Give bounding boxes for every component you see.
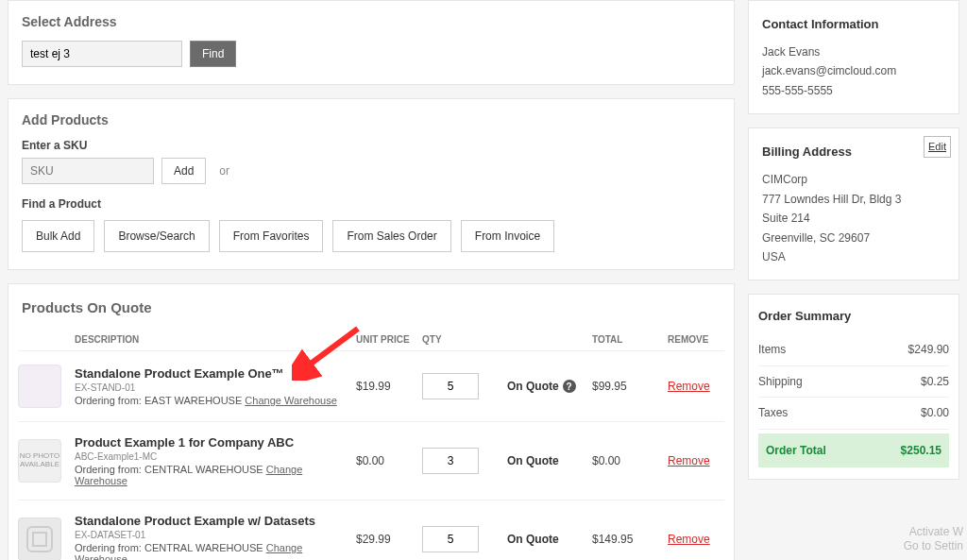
product-description: Standalone Product Example w/ DatasetsEX… bbox=[75, 514, 356, 560]
summary-label: Items bbox=[758, 340, 786, 359]
header-unit-price: UNIT PRICE bbox=[356, 334, 422, 345]
or-label: or bbox=[219, 164, 229, 178]
find-product-label: Find a Product bbox=[22, 197, 721, 211]
billing-title: Billing Address bbox=[762, 142, 945, 162]
remove-link[interactable]: Remove bbox=[668, 454, 724, 467]
product-description: Standalone Product Example One™EX-STAND-… bbox=[75, 366, 356, 406]
header-total: TOTAL bbox=[592, 334, 668, 345]
table-row: Standalone Product Example w/ DatasetsEX… bbox=[18, 501, 724, 560]
unit-price: $0.00 bbox=[356, 454, 422, 467]
summary-row: Items$249.90 bbox=[758, 334, 949, 365]
svg-rect-1 bbox=[27, 527, 52, 552]
no-photo-icon: NO PHOTO AVAILABLE bbox=[18, 439, 61, 483]
product-name: Standalone Product Example One™ bbox=[75, 366, 356, 381]
svg-rect-2 bbox=[33, 533, 46, 546]
line-total: $149.95 bbox=[592, 533, 668, 546]
billing-line: USA bbox=[762, 247, 945, 266]
summary-row: Taxes$0.00 bbox=[758, 398, 949, 429]
placeholder-box-icon bbox=[18, 518, 61, 560]
status-cell: On Quote bbox=[507, 533, 592, 546]
qty-input[interactable] bbox=[422, 373, 479, 399]
header-qty: QTY bbox=[422, 334, 507, 345]
contact-name: Jack Evans bbox=[762, 42, 945, 61]
find-buttons-row: Bulk Add Browse/Search From Favorites Fr… bbox=[22, 220, 721, 252]
table-row: NO PHOTO AVAILABLEProduct Example 1 for … bbox=[18, 422, 724, 501]
product-sku: ABC-Example1-MC bbox=[75, 451, 356, 462]
products-header-row: DESCRIPTION UNIT PRICE QTY TOTAL REMOVE bbox=[18, 329, 724, 351]
add-sku-button[interactable]: Add bbox=[161, 158, 206, 184]
ordering-from: Ordering from: EAST WAREHOUSE Change War… bbox=[75, 395, 356, 406]
summary-label: Shipping bbox=[758, 372, 803, 391]
add-products-title: Add Products bbox=[22, 112, 721, 127]
summary-value: $249.90 bbox=[908, 340, 949, 359]
line-total: $99.95 bbox=[592, 380, 668, 393]
line-total: $0.00 bbox=[592, 454, 668, 467]
products-title: Products On Quote bbox=[18, 296, 724, 329]
order-summary-card: Order Summary Items$249.90Shipping$0.25T… bbox=[748, 294, 959, 480]
billing-line: Suite 214 bbox=[762, 209, 945, 228]
browse-search-button[interactable]: Browse/Search bbox=[104, 220, 209, 252]
status-cell: On Quote? bbox=[507, 380, 592, 393]
summary-total-value: $250.15 bbox=[901, 441, 942, 460]
billing-line: Greenville, SC 29607 bbox=[762, 229, 945, 247]
enter-sku-label: Enter a SKU bbox=[22, 139, 721, 152]
summary-title: Order Summary bbox=[758, 306, 949, 327]
qty-cell bbox=[422, 526, 507, 552]
product-thumb-icon bbox=[18, 365, 61, 408]
billing-card: Edit Billing Address CIMCorp 777 Lowndes… bbox=[748, 127, 959, 280]
change-warehouse-link[interactable]: Change Warehouse bbox=[245, 395, 336, 406]
product-name: Standalone Product Example w/ Datasets bbox=[75, 514, 356, 528]
from-favorites-button[interactable]: From Favorites bbox=[219, 220, 324, 252]
select-address-title: Select Address bbox=[22, 14, 721, 29]
bulk-add-button[interactable]: Bulk Add bbox=[22, 220, 94, 252]
edit-billing-button[interactable]: Edit bbox=[924, 136, 951, 158]
select-address-panel: Select Address Find bbox=[8, 0, 735, 85]
from-invoice-button[interactable]: From Invoice bbox=[461, 220, 554, 252]
summary-value: $0.00 bbox=[921, 403, 949, 422]
qty-cell bbox=[422, 448, 507, 474]
contact-info-card: Contact Information Jack Evans jack.evan… bbox=[748, 0, 959, 114]
find-address-button[interactable]: Find bbox=[190, 41, 236, 67]
summary-value: $0.25 bbox=[921, 372, 949, 391]
qty-input[interactable] bbox=[422, 526, 479, 552]
products-panel: Products On Quote DESCRIPTION UNIT PRICE… bbox=[8, 283, 735, 560]
summary-total-label: Order Total bbox=[766, 441, 826, 460]
summary-total-row: Order Total $250.15 bbox=[758, 433, 949, 467]
help-icon[interactable]: ? bbox=[563, 380, 576, 393]
product-sku: EX-STAND-01 bbox=[75, 382, 356, 393]
unit-price: $19.99 bbox=[356, 380, 422, 393]
summary-row: Shipping$0.25 bbox=[758, 366, 949, 398]
contact-email: jack.evans@cimcloud.com bbox=[762, 61, 945, 80]
billing-line: CIMCorp bbox=[762, 170, 945, 189]
table-row: Standalone Product Example One™EX-STAND-… bbox=[18, 351, 724, 422]
qty-input[interactable] bbox=[422, 448, 479, 474]
contact-title: Contact Information bbox=[762, 14, 945, 35]
address-input[interactable] bbox=[22, 41, 182, 67]
status-cell: On Quote bbox=[507, 454, 592, 467]
add-products-panel: Add Products Enter a SKU Add or Find a P… bbox=[8, 98, 735, 270]
remove-link[interactable]: Remove bbox=[668, 380, 724, 393]
contact-phone: 555-555-5555 bbox=[762, 81, 945, 100]
header-remove: REMOVE bbox=[668, 334, 724, 345]
sku-input[interactable] bbox=[22, 158, 154, 184]
product-sku: EX-DATASET-01 bbox=[75, 530, 356, 540]
product-description: Product Example 1 for Company ABCABC-Exa… bbox=[75, 435, 356, 486]
from-sales-order-button[interactable]: From Sales Order bbox=[332, 220, 450, 252]
product-name: Product Example 1 for Company ABC bbox=[75, 435, 356, 450]
qty-cell bbox=[422, 373, 507, 399]
windows-watermark: Activate W Go to Settin bbox=[904, 525, 963, 554]
billing-line: 777 Lowndes Hill Dr, Bldg 3 bbox=[762, 190, 945, 209]
unit-price: $29.99 bbox=[356, 533, 422, 546]
remove-link[interactable]: Remove bbox=[668, 533, 724, 546]
ordering-from: Ordering from: CENTRAL WAREHOUSE Change … bbox=[75, 542, 356, 560]
summary-label: Taxes bbox=[758, 403, 788, 422]
header-description: DESCRIPTION bbox=[75, 334, 356, 345]
ordering-from: Ordering from: CENTRAL WAREHOUSE Change … bbox=[75, 464, 356, 486]
